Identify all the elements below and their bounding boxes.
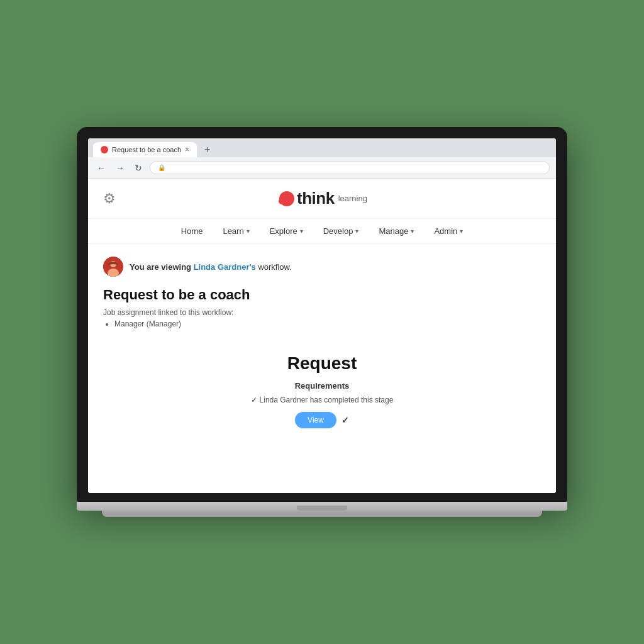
- laptop-base: [77, 502, 567, 511]
- nav-learn-label: Learn: [223, 226, 243, 236]
- nav-admin[interactable]: Admin ▾: [434, 226, 463, 236]
- tab-close-button[interactable]: ×: [185, 146, 189, 153]
- view-check-icon: ✓: [341, 415, 349, 425]
- tab-favicon: [101, 146, 108, 153]
- logo-dot-icon: [277, 190, 294, 208]
- page-header: ⚙ think learning: [88, 179, 556, 219]
- nav-learn-chevron: ▾: [247, 228, 250, 235]
- user-link[interactable]: Linda Gardner's: [194, 262, 256, 272]
- lock-icon: 🔒: [158, 164, 165, 171]
- viewing-text: You are viewing Linda Gardner's workflow…: [130, 262, 292, 272]
- view-button[interactable]: View: [295, 412, 336, 428]
- completed-message: Linda Gardner has completed this stage: [260, 396, 394, 404]
- requirements-label: Requirements: [103, 381, 541, 391]
- nav-explore-chevron: ▾: [300, 228, 303, 235]
- nav-explore[interactable]: Explore ▾: [270, 226, 303, 236]
- screen-bezel: Request to be a coach × + ← → ↻ 🔒 ⚙: [77, 127, 567, 502]
- nav-develop-chevron: ▾: [355, 228, 358, 235]
- stage-title: Request: [103, 353, 541, 374]
- laptop-foot: [102, 511, 542, 517]
- viewing-banner: You are viewing Linda Gardner's workflow…: [103, 257, 541, 277]
- nav-learn[interactable]: Learn ▾: [223, 226, 249, 236]
- nav-home[interactable]: Home: [181, 226, 203, 236]
- nav-manage[interactable]: Manage ▾: [379, 226, 414, 236]
- laptop-hinge: [297, 506, 347, 511]
- nav-develop[interactable]: Develop ▾: [323, 226, 359, 236]
- back-button[interactable]: ←: [94, 162, 108, 174]
- nav-manage-chevron: ▾: [411, 228, 414, 235]
- laptop-container: Request to be a coach × + ← → ↻ 🔒 ⚙: [77, 127, 567, 517]
- browser-tab[interactable]: Request to be a coach ×: [93, 142, 197, 157]
- user-avatar: [103, 257, 123, 277]
- logo-area: think learning: [277, 189, 367, 208]
- viewing-suffix: workflow.: [256, 262, 292, 272]
- nav-develop-label: Develop: [323, 226, 353, 236]
- logo-learning-text: learning: [338, 194, 367, 203]
- browser-tab-bar: Request to be a coach × +: [88, 138, 556, 157]
- tab-title: Request to be a coach: [112, 146, 181, 153]
- new-tab-button[interactable]: +: [199, 142, 215, 157]
- content-area: You are viewing Linda Gardner's workflow…: [88, 244, 556, 451]
- view-button-area: View ✓: [103, 412, 541, 428]
- nav-home-label: Home: [181, 226, 203, 236]
- nav-admin-chevron: ▾: [460, 228, 463, 235]
- forward-button[interactable]: →: [113, 162, 127, 174]
- page-content: ⚙ think learning: [88, 179, 556, 493]
- refresh-button[interactable]: ↻: [132, 162, 145, 174]
- laptop-screen: Request to be a coach × + ← → ↻ 🔒 ⚙: [88, 138, 556, 493]
- svg-point-1: [279, 198, 285, 204]
- completed-check-icon: ✓: [251, 396, 257, 404]
- job-list: Manager (Manager): [103, 319, 541, 328]
- settings-icon[interactable]: ⚙: [103, 191, 116, 207]
- completed-text: ✓ Linda Gardner has completed this stage: [103, 396, 541, 404]
- main-nav: Home Learn ▾ Explore ▾ Develop ▾: [88, 219, 556, 244]
- nav-admin-label: Admin: [434, 226, 457, 236]
- browser-toolbar: ← → ↻ 🔒: [88, 157, 556, 179]
- viewing-prefix: You are viewing: [130, 262, 194, 272]
- workflow-title: Request to be a coach: [103, 287, 541, 303]
- stage-section: Request Requirements ✓ Linda Gardner has…: [103, 343, 541, 438]
- job-list-item: Manager (Manager): [114, 319, 541, 328]
- logo-think-text: think: [297, 189, 335, 208]
- nav-explore-label: Explore: [270, 226, 297, 236]
- job-assignment-label: Job assignment linked to this workflow:: [103, 308, 541, 317]
- nav-manage-label: Manage: [379, 226, 408, 236]
- address-bar[interactable]: 🔒: [150, 161, 550, 174]
